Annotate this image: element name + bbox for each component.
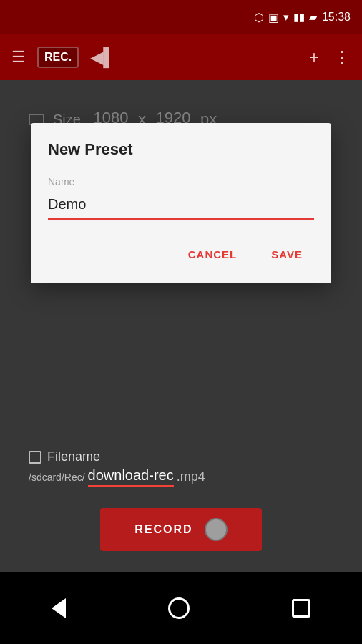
more-options-icon[interactable]: ⋮ bbox=[333, 47, 351, 67]
filename-label-text: Filename bbox=[47, 449, 100, 464]
main-content: Size 1080 x 1920 px New Preset Name CANC… bbox=[0, 80, 362, 572]
save-button[interactable]: SAVE bbox=[260, 243, 314, 266]
dialog-title: New Preset bbox=[48, 140, 314, 159]
battery-icon: ▰ bbox=[309, 11, 318, 24]
add-icon[interactable]: + bbox=[309, 47, 319, 67]
recents-button[interactable] bbox=[292, 599, 310, 618]
home-button[interactable] bbox=[168, 597, 190, 619]
record-button[interactable]: RECORD bbox=[100, 508, 261, 551]
record-circle-icon bbox=[205, 518, 228, 541]
dialog-field-label: Name bbox=[48, 176, 314, 187]
record-section: RECORD bbox=[0, 508, 362, 551]
vibrate-icon: ▣ bbox=[268, 11, 279, 24]
record-label: RECORD bbox=[134, 523, 192, 536]
app-bar: ☰ REC. ◀▌ + ⋮ bbox=[0, 34, 362, 80]
hamburger-icon[interactable]: ☰ bbox=[11, 48, 26, 67]
status-time: 15:38 bbox=[322, 11, 351, 24]
checkbox-icon bbox=[29, 451, 41, 464]
filename-label: Filename bbox=[29, 449, 333, 464]
dialog-actions: CANCEL SAVE bbox=[48, 243, 314, 266]
logo-text: REC. bbox=[44, 51, 72, 64]
preset-name-input[interactable] bbox=[48, 193, 314, 220]
new-preset-dialog: New Preset Name CANCEL SAVE bbox=[31, 123, 331, 283]
filename-section: Filename /sdcard/Rec/ download-rec .mp4 bbox=[29, 449, 333, 487]
app-logo: REC. bbox=[37, 47, 79, 68]
bluetooth-icon: ⬡ bbox=[254, 11, 264, 24]
cancel-button[interactable]: CANCEL bbox=[177, 243, 249, 266]
filename-value: download-rec bbox=[88, 467, 174, 487]
nav-bar bbox=[0, 572, 362, 644]
filename-suffix: .mp4 bbox=[177, 469, 205, 484]
back-button[interactable] bbox=[52, 598, 66, 618]
dialog-overlay: New Preset Name CANCEL SAVE bbox=[0, 80, 362, 572]
video-camera-icon: ◀▌ bbox=[90, 47, 115, 67]
status-bar: ⬡ ▣ ▾ ▮▮ ▰ 15:38 bbox=[0, 0, 362, 34]
app-bar-right: + ⋮ bbox=[309, 47, 351, 67]
signal-icon: ▮▮ bbox=[293, 11, 305, 24]
filename-prefix: /sdcard/Rec/ bbox=[29, 472, 85, 483]
status-icons: ⬡ ▣ ▾ ▮▮ ▰ 15:38 bbox=[254, 11, 351, 24]
wifi-icon: ▾ bbox=[283, 11, 289, 24]
filename-input-row: /sdcard/Rec/ download-rec .mp4 bbox=[29, 467, 333, 487]
app-bar-left: ☰ REC. ◀▌ bbox=[11, 47, 115, 68]
